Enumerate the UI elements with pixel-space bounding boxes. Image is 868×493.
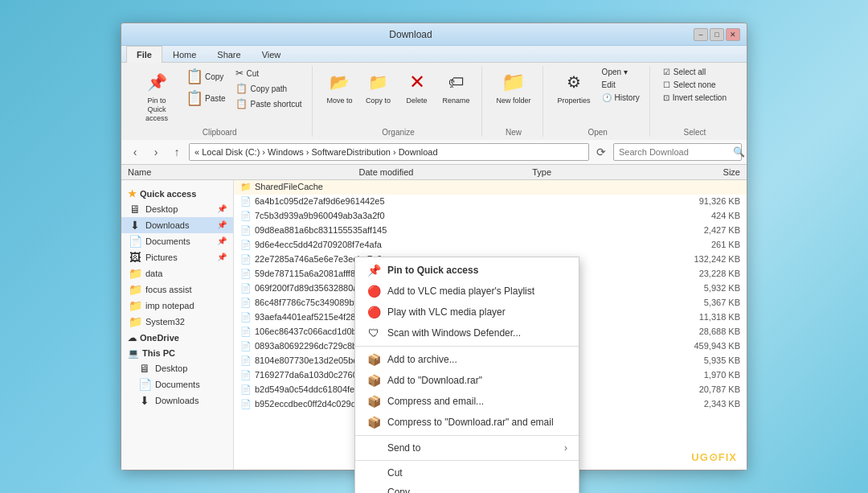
menu-item-icon: 🔴 bbox=[366, 306, 381, 318]
sidebar-item-desktop[interactable]: 🖥 Desktop 📌 bbox=[121, 201, 233, 217]
file-icon: 📄 bbox=[240, 327, 252, 337]
file-size: 23,228 KB bbox=[665, 269, 740, 278]
move-to-button[interactable]: 📂 Move to bbox=[322, 66, 358, 108]
search-input[interactable] bbox=[619, 147, 730, 157]
open-items: ⚙ Properties Open ▾ Edit 🕐 History bbox=[553, 66, 643, 125]
copy-to-icon: 📁 bbox=[366, 69, 391, 95]
up-button[interactable]: ↑ bbox=[168, 143, 186, 161]
sidebar-item-documents[interactable]: 📄 Documents 📌 bbox=[121, 233, 233, 249]
this-pc-icon: 💻 bbox=[128, 348, 139, 359]
paste-button[interactable]: 📋 Paste bbox=[182, 88, 229, 109]
copy-to-button[interactable]: 📁 Copy to bbox=[361, 66, 396, 108]
clipboard-items: 📌 Pin to Quick access 📋 Copy 📋 Paste bbox=[134, 66, 305, 125]
clipboard-label: Clipboard bbox=[203, 128, 237, 137]
col-size-header[interactable]: Size bbox=[648, 167, 740, 177]
col-date-header[interactable]: Date modified bbox=[359, 167, 533, 177]
context-menu-item[interactable]: 📦 Compress to "Download.rar" and email bbox=[355, 412, 579, 433]
tab-home[interactable]: Home bbox=[162, 46, 207, 63]
context-menu-item[interactable]: 📌 Pin to Quick access bbox=[355, 260, 579, 281]
file-icon: 📄 bbox=[240, 355, 252, 366]
file-row[interactable]: 📁 SharedFileCache bbox=[234, 180, 747, 195]
file-size: 20,787 KB bbox=[665, 384, 740, 394]
ribbon-group-select: ☑ Select all ☐ Select none ⊡ Invert sele… bbox=[653, 66, 736, 136]
copy-path-button[interactable]: 📋 Copy path bbox=[232, 81, 305, 96]
col-type-header[interactable]: Type bbox=[532, 167, 648, 177]
sidebar-pc-downloads[interactable]: ⬇ Downloads bbox=[121, 392, 233, 409]
select-all-button[interactable]: ☑ Select all bbox=[660, 66, 730, 78]
context-menu-item[interactable]: Copy bbox=[355, 483, 579, 493]
copy-button[interactable]: 📋 Copy bbox=[182, 66, 229, 87]
open-small-group: Open ▾ Edit 🕐 History bbox=[599, 66, 643, 104]
file-name-text: 09d8ea881a6bc831155535aff145 bbox=[255, 225, 387, 235]
new-folder-button[interactable]: 📁 New folder bbox=[492, 66, 536, 108]
close-button[interactable]: ✕ bbox=[726, 28, 740, 41]
sidebar-item-imp-notepad[interactable]: 📁 imp notepad bbox=[121, 298, 233, 314]
file-row[interactable]: 📄 6a4b1c095d2e7af9d6e961442e5 91,326 KB bbox=[234, 195, 747, 209]
delete-button[interactable]: ✕ Delete bbox=[399, 66, 435, 108]
file-icon: 📄 bbox=[240, 240, 252, 250]
file-size: 5,367 KB bbox=[665, 298, 740, 307]
file-size: 11,318 KB bbox=[665, 312, 740, 322]
context-menu-item[interactable]: Cut bbox=[355, 463, 579, 483]
invert-selection-button[interactable]: ⊡ Invert selection bbox=[660, 92, 730, 104]
cut-button[interactable]: ✂ Cut bbox=[232, 66, 305, 80]
sidebar-item-focus-assist[interactable]: 📁 focus assist bbox=[121, 281, 233, 298]
edit-button[interactable]: Edit bbox=[599, 79, 643, 91]
new-folder-icon: 📁 bbox=[501, 69, 526, 95]
context-menu-item[interactable]: 🛡 Scan with Windows Defender... bbox=[355, 323, 579, 343]
file-name-text: 7c5b3d939a9b960049ab3a3a2f0 bbox=[255, 211, 385, 220]
context-menu-item[interactable]: 🔴 Add to VLC media player's Playlist bbox=[355, 281, 579, 302]
sidebar-item-system32[interactable]: 📁 System32 bbox=[121, 314, 233, 330]
search-box[interactable]: 🔍 bbox=[613, 143, 742, 161]
col-name-header[interactable]: Name bbox=[128, 167, 359, 177]
clipboard-small-buttons: 📋 Copy 📋 Paste bbox=[182, 66, 229, 109]
context-menu-item[interactable]: 📦 Compress and email... bbox=[355, 391, 579, 412]
context-menu-item[interactable]: 🔴 Play with VLC media player bbox=[355, 302, 579, 323]
menu-item-icon: 📌 bbox=[366, 264, 381, 277]
file-size: 91,326 KB bbox=[665, 196, 740, 206]
menu-item-label: Add to VLC media player's Playlist bbox=[387, 286, 534, 297]
context-menu-item[interactable]: 📦 Add to "Download.rar" bbox=[355, 370, 579, 391]
cut-copy-path-group: ✂ Cut 📋 Copy path 📋 Paste shortcut bbox=[232, 66, 305, 111]
star-icon: ★ bbox=[128, 188, 137, 199]
rename-button[interactable]: 🏷 Rename bbox=[438, 66, 475, 108]
forward-button[interactable]: › bbox=[147, 143, 165, 161]
minimize-button[interactable]: – bbox=[694, 28, 708, 41]
file-icon: 📄 bbox=[240, 196, 252, 207]
maximize-button[interactable]: □ bbox=[710, 28, 724, 41]
scissors-icon: ✂ bbox=[235, 68, 244, 79]
organize-items: 📂 Move to 📁 Copy to ✕ Delete 🏷 Rename bbox=[322, 66, 475, 125]
tab-share[interactable]: Share bbox=[207, 46, 251, 63]
ribbon-tabs: File Home Share View bbox=[121, 46, 747, 63]
pin-to-quick-button[interactable]: 📌 Pin to Quick access bbox=[134, 66, 179, 125]
sidebar-item-pictures[interactable]: 🖼 Pictures 📌 bbox=[121, 249, 233, 265]
sidebar-pc-desktop[interactable]: 🖥 Desktop bbox=[121, 360, 233, 376]
address-path[interactable]: « Local Disk (C:) › Windows › SoftwareDi… bbox=[189, 143, 589, 161]
onedrive-section: ☁ OneDrive bbox=[121, 330, 233, 345]
file-row[interactable]: 📄 7c5b3d939a9b960049ab3a3a2f0 424 KB bbox=[234, 209, 747, 224]
sidebar-item-downloads[interactable]: ⬇ Downloads 📌 bbox=[121, 217, 233, 233]
properties-button[interactable]: ⚙ Properties bbox=[553, 66, 596, 108]
downloads-icon: ⬇ bbox=[128, 219, 142, 232]
file-icon: 📄 bbox=[240, 254, 252, 265]
pictures-icon: 🖼 bbox=[128, 251, 142, 264]
open-button[interactable]: Open ▾ bbox=[599, 66, 643, 78]
refresh-button[interactable]: ⟳ bbox=[592, 143, 610, 161]
file-row[interactable]: 📄 9d6e4ecc5dd42d709208f7e4afa 261 KB bbox=[234, 238, 747, 253]
context-menu-item[interactable]: Send to › bbox=[355, 438, 579, 458]
file-size: 28,688 KB bbox=[665, 327, 740, 336]
tab-view[interactable]: View bbox=[252, 46, 292, 63]
ribbon-content: 📌 Pin to Quick access 📋 Copy 📋 Paste bbox=[121, 63, 747, 139]
folder-icon: 📁 bbox=[240, 182, 252, 192]
history-button[interactable]: 🕐 History bbox=[599, 92, 643, 104]
paste-shortcut-button[interactable]: 📋 Paste shortcut bbox=[232, 97, 305, 111]
back-button[interactable]: ‹ bbox=[126, 143, 144, 161]
titlebar: Download – □ ✕ bbox=[121, 23, 747, 46]
sidebar-item-data[interactable]: 📁 data bbox=[121, 265, 233, 281]
context-menu-item[interactable]: 📦 Add to archive... bbox=[355, 349, 579, 370]
file-row[interactable]: 📄 09d8ea881a6bc831155535aff145 2,427 KB bbox=[234, 224, 747, 238]
select-none-button[interactable]: ☐ Select none bbox=[660, 79, 730, 91]
tab-file[interactable]: File bbox=[126, 46, 162, 63]
menu-item-icon: 📦 bbox=[366, 374, 381, 387]
sidebar-pc-documents[interactable]: 📄 Documents bbox=[121, 376, 233, 392]
